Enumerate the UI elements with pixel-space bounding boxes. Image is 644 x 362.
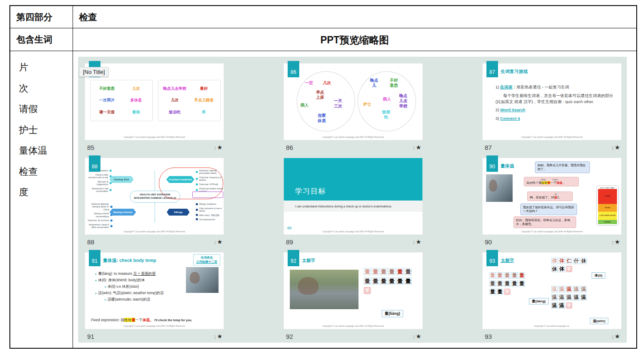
vocab-phrase: 早点儿睡觉 xyxy=(194,97,214,103)
stroke-card: 温 xyxy=(580,286,587,292)
stroke-card: 温 xyxy=(551,286,558,292)
stroke-card: 量 xyxy=(372,268,379,275)
connect4-link[interactable]: Connect 4 xyxy=(500,116,520,121)
stroke-card: 温 xyxy=(559,286,565,292)
vocab-word: 请假 xyxy=(19,99,73,120)
bullets-top-left: Common SymptomsCheck in with someone who… xyxy=(88,169,112,194)
stroke-card: 温 xyxy=(559,294,565,301)
favorite-star-icon[interactable]: ⋮★ xyxy=(611,144,620,151)
stroke-card: 量 xyxy=(372,277,379,285)
stroke-card: 温 xyxy=(566,286,572,292)
slide-88-preview[interactable]: 88 HEALTH UNIT OVERVIEWINTEGRATED CHINES… xyxy=(85,158,224,235)
slide-86-number-chip: 86 xyxy=(288,61,299,77)
slide-89-label: 89 xyxy=(286,238,293,246)
stroke-card: 量 xyxy=(511,280,518,287)
slide-85-preview[interactable]: 85 [No Title] 不好意思几次一次两片多休息请一天假看病 晚点儿去学校… xyxy=(85,63,224,140)
favorite-star-icon[interactable]: ⋮★ xyxy=(412,144,421,151)
word-circle-right: 晚点 儿不好 意思病人晚点 儿去 学校护士饭前 吃 xyxy=(358,71,416,131)
stroke-card: 量 xyxy=(519,272,525,279)
vocab-phrase: 疼 xyxy=(202,110,206,115)
word-search-link[interactable]: Word Search xyxy=(500,107,525,112)
thumbnail-91: 91 量体温: check body temp 生词表见 工作纸第十二页 ▸量(… xyxy=(85,252,224,341)
vocab-phrase: 晚点 儿 xyxy=(370,78,378,88)
favorite-star-icon[interactable]: ⋮★ xyxy=(412,238,421,245)
vocab-phrase: 一定 xyxy=(305,80,313,85)
stroke-card: 量 xyxy=(388,277,395,285)
table-row-content: 片次请假护士量体温检查度 85 [No Title] 不好意思几次一次两片多休息… xyxy=(10,51,636,348)
no-title-tooltip: [No Title] xyxy=(79,67,109,77)
thumbnail-86: 86 一定几次早点 上床病人一天 三次在家 休息 晚点 儿不好 意思病人晚点 儿… xyxy=(283,63,423,152)
stroke-card: 量 xyxy=(380,277,387,285)
vocab-word: 检查 xyxy=(19,161,73,183)
mother-child-photo xyxy=(486,174,513,202)
char-label-ti: 体(tǐ) xyxy=(592,272,605,279)
favorite-star-icon[interactable]: ⋮★ xyxy=(412,333,421,340)
stroke-card: 温 xyxy=(573,294,580,301)
fixed-expression: Fixed expression: 我给你量一下体温。 I'll check t… xyxy=(91,318,192,323)
stroke-card: 量 xyxy=(519,280,525,287)
favorite-star-icon[interactable]: ⋮★ xyxy=(611,238,620,245)
slide-91-label: 91 xyxy=(87,333,94,340)
vocab-word-list: 片次请假护士量体温检查度 xyxy=(10,51,73,203)
stroke-card: 温 xyxy=(580,294,587,301)
hex-getting-sick: Getting Sick xyxy=(107,176,136,183)
slide-93-preview[interactable]: 93 太极字 量量量量量量量量量量量量字 量(liáng) 体体仁什休休体字 体… xyxy=(482,252,622,329)
vocab-label: 包含生词 xyxy=(10,28,73,51)
favorite-star-icon[interactable]: ⋮★ xyxy=(611,333,620,340)
stroke-card: 字 xyxy=(566,302,572,309)
slide-87-paragraph: 每个学生都有生词表，并且有一张彩条可以遮住生词表的部分(比如英文 或者 汉字)，… xyxy=(495,93,615,105)
vocab-list-link[interactable]: 生词表 xyxy=(500,85,513,89)
stroke-card: 量 xyxy=(497,272,503,279)
slide-89-preview[interactable]: 学习目标 I can understand instructions durin… xyxy=(283,158,423,235)
favorite-star-icon[interactable]: ⋮★ xyxy=(213,238,222,245)
stroke-order-grid-liang: 量量量量量量量量量量量量字 xyxy=(489,272,528,297)
fever-chart: BODY TEMP CHART FEVER FEVER LOW GRADE FE… xyxy=(596,186,619,226)
hex-seeing-doctor: Seeing a doctor xyxy=(107,209,138,216)
slide-93-label: 93 xyxy=(485,333,492,340)
vocab-phrase: 晚点儿去学校 xyxy=(163,86,186,91)
part-value: 检查 xyxy=(73,6,636,28)
slide-88-number-chip: 88 xyxy=(89,155,100,172)
slide-86-label: 86 xyxy=(286,144,293,151)
stroke-card: 体 xyxy=(559,266,565,272)
slide-92-preview[interactable]: 92 太极字 量量量量量量量量量量量量字 量(liáng) Copyright … xyxy=(283,252,423,329)
slide-90-preview[interactable]: 90 量体温 妈妈，我有点儿不舒服。我觉得我生病了。 liángtǐ wēn 真… xyxy=(482,158,622,235)
stroke-card: 字 xyxy=(364,287,371,294)
stroke-card: 仁 xyxy=(566,258,572,264)
stroke-card: 量 xyxy=(511,272,518,279)
stroke-card: 量 xyxy=(396,277,404,285)
vocab-phrase: 在家 休息 xyxy=(318,113,326,123)
slide-91-preview[interactable]: 91 量体温: check body temp 生词表见 工作纸第十二页 ▸量(… xyxy=(85,252,224,329)
slide-91-number-chip: 91 xyxy=(89,250,100,266)
favorite-star-icon[interactable]: ⋮★ xyxy=(213,333,222,340)
vocab-word: 护士 xyxy=(19,120,73,141)
slide-85-label: 85 xyxy=(87,144,94,151)
thumbnail-92: 92 太极字 量量量量量量量量量量量量字 量(liáng) Copyright … xyxy=(283,252,423,341)
thumbnail-93: 93 太极字 量量量量量量量量量量量量字 量(liáng) 体体仁什休休体字 体… xyxy=(482,252,622,341)
stroke-card: 量 xyxy=(489,272,496,279)
copyright-line: Copyright © Lai Laoshi Language Lab 2024… xyxy=(284,136,422,138)
favorite-star-icon[interactable]: ⋮★ xyxy=(213,144,222,151)
slide-90-number-chip: 90 xyxy=(486,155,498,172)
vocab-word: 度 xyxy=(19,182,73,203)
thumbnail-89: 学习目标 I can understand instructions durin… xyxy=(283,158,423,246)
slide-88-label: 88 xyxy=(87,238,94,246)
copyright-line: Copyright © Lai Laoshi Language Lab 2024… xyxy=(284,230,422,233)
stroke-card: 温 xyxy=(551,294,558,301)
vocab-phrase: 不好意思 xyxy=(99,86,115,91)
worksheet-ref-link[interactable]: 生词表见 工作纸第十二页 xyxy=(193,254,220,265)
stroke-card: 量 xyxy=(380,268,387,275)
vocab-phrase: 病人 xyxy=(383,97,391,102)
vocab-word: 片 xyxy=(19,57,73,78)
slide-86-preview[interactable]: 86 一定几次早点 上床病人一天 三次在家 休息 晚点 儿不好 意思病人晚点 儿… xyxy=(283,63,423,140)
slide-90-label: 90 xyxy=(485,238,492,246)
copyright-line: Copyright © Lai Laoshi Language La xyxy=(534,325,621,327)
dialog-bubble-1: 妈妈，我有点儿不舒服。我觉得我生病了。 xyxy=(535,161,590,173)
stroke-card: 温 xyxy=(566,294,572,301)
stroke-card: 温 xyxy=(573,286,580,292)
dialog-bubble-5: 好的，我帮你请假。你早点儿休息，多喝水，多睡觉。 xyxy=(513,216,576,228)
ppt-preview-header: PPT预览缩略图 xyxy=(73,28,636,51)
copyright-line: Copyright © Lai Laoshi Language Lab 2024… xyxy=(284,325,422,327)
hex-allergy: Allergy xyxy=(165,209,191,216)
slide-87-preview[interactable]: 87 生词复习游戏 1) 生词表：用彩色条遮住 - 一起复习生词 每个学生都有生… xyxy=(482,63,622,140)
